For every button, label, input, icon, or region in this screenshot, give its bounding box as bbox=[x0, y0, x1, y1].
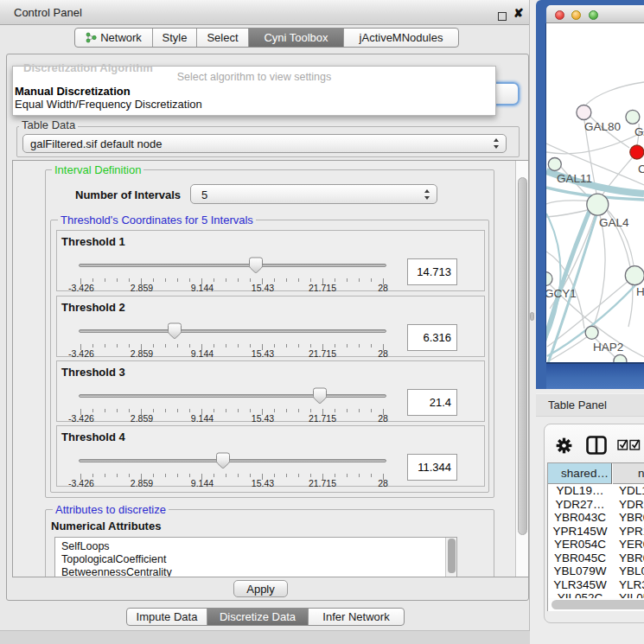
svg-text:C: C bbox=[638, 163, 644, 175]
svg-text:GAL11: GAL11 bbox=[557, 172, 592, 185]
svg-text:GA: GA bbox=[634, 125, 644, 138]
svg-text:H: H bbox=[636, 285, 644, 298]
svg-text:GAL4: GAL4 bbox=[599, 216, 629, 229]
svg-text:GCY1: GCY1 bbox=[546, 287, 577, 300]
svg-text:HAP2: HAP2 bbox=[593, 341, 623, 354]
svg-text:GAL80: GAL80 bbox=[584, 120, 621, 133]
